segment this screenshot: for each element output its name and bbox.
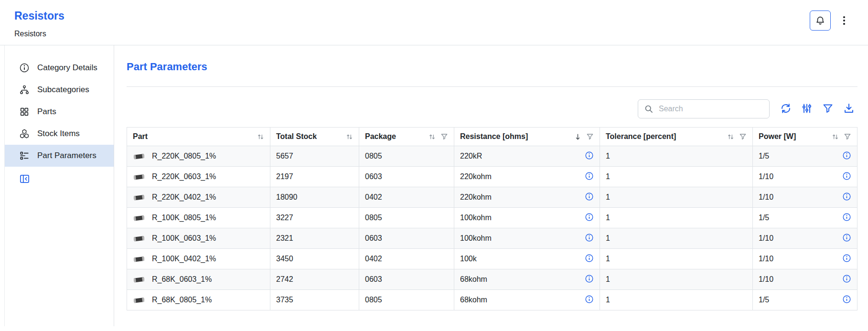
info-button[interactable] (842, 192, 851, 203)
tolerance-cell: 1 (600, 167, 753, 187)
overflow-menu-button[interactable] (837, 14, 851, 27)
part-cell: R_68K_0805_1% (127, 290, 270, 310)
header-actions (810, 11, 851, 31)
divider (127, 86, 857, 87)
notifications-button[interactable] (810, 11, 831, 31)
table-row[interactable]: R_100K_0805_1%32270805100kohm11/5 (127, 208, 857, 228)
package-cell: 0805 (359, 290, 454, 310)
column-header-tolerance-percent[interactable]: Tolerance [percent] (600, 128, 753, 146)
power-cell: 1/10 (753, 269, 857, 290)
sliders-button[interactable] (798, 101, 815, 117)
column-header-total-stock[interactable]: Total Stock (270, 128, 359, 146)
info-button[interactable] (842, 274, 851, 285)
sidebar-item-category-details[interactable]: Category Details (5, 57, 114, 79)
sort-icon[interactable] (727, 133, 734, 140)
info-button[interactable] (842, 233, 851, 244)
sort-icon[interactable] (832, 133, 839, 140)
sidebar: Category DetailsSubcategoriesPartsStock … (5, 45, 114, 326)
info-button[interactable] (842, 295, 851, 305)
info-button[interactable] (585, 295, 594, 305)
sort-icon[interactable] (257, 133, 264, 140)
resistance-cell: 68kohm (454, 290, 600, 310)
part-name: R_100K_0805_1% (152, 214, 216, 222)
info-button[interactable] (585, 233, 594, 244)
sort-desc-icon[interactable] (574, 133, 581, 140)
power-cell: 1/10 (753, 187, 857, 208)
table-row[interactable]: R_100K_0402_1%34500402100k11/10 (127, 249, 857, 269)
part-cell: R_100K_0603_1% (127, 228, 270, 249)
info-button[interactable] (842, 213, 851, 223)
part-thumbnail-icon (133, 194, 145, 201)
power-cell: 1/5 (753, 208, 857, 228)
info-button[interactable] (585, 171, 594, 182)
info-circle-icon (842, 151, 851, 161)
sidebar-item-stock-items[interactable]: Stock Items (5, 123, 114, 145)
table-row[interactable]: R_100K_0603_1%23210603100kohm11/10 (127, 228, 857, 249)
column-label: Resistance [ohms] (460, 132, 528, 141)
download-icon (843, 103, 855, 116)
table-row[interactable]: R_68K_0805_1%3735080568kohm11/5 (127, 290, 857, 310)
info-circle-icon (585, 213, 594, 223)
info-button[interactable] (585, 192, 594, 203)
sidebar-item-subcategories[interactable]: Subcategories (5, 79, 114, 101)
column-label: Total Stock (276, 132, 317, 141)
search-box[interactable] (638, 99, 770, 118)
part-name: R_100K_0402_1% (152, 255, 216, 263)
column-header-power-w[interactable]: Power [W] (753, 128, 857, 146)
page-title: Resistors (14, 10, 854, 22)
column-header-package[interactable]: Package (359, 128, 454, 146)
part-cell: R_220K_0805_1% (127, 146, 270, 167)
info-button[interactable] (842, 254, 851, 264)
collapse-sidebar-button[interactable] (19, 173, 30, 186)
tolerance-cell: 1 (600, 290, 753, 310)
sidebar-item-part-parameters[interactable]: Part Parameters (5, 145, 114, 167)
info-circle-icon (842, 171, 851, 182)
toolbar-icons (777, 101, 857, 117)
boxes-icon (19, 128, 30, 139)
sidebar-item-label: Parts (37, 107, 56, 117)
info-button[interactable] (585, 151, 594, 161)
column-filter-icon[interactable] (440, 133, 448, 140)
download-button[interactable] (840, 101, 857, 117)
info-button[interactable] (842, 171, 851, 182)
info-button[interactable] (842, 151, 851, 161)
part-cell: R_220K_0603_1% (127, 167, 270, 187)
package-cell: 0603 (359, 228, 454, 249)
filter-button[interactable] (819, 101, 836, 117)
parameters-table: PartTotal StockPackageResistance [ohms]T… (127, 127, 857, 310)
total-stock-cell: 2321 (270, 228, 359, 249)
search-input[interactable] (658, 104, 763, 114)
breadcrumb: Resistors (14, 30, 854, 38)
search-icon (644, 104, 654, 114)
resistance-cell: 68kohm (454, 269, 600, 290)
refresh-button[interactable] (777, 101, 794, 117)
list-icon (19, 150, 30, 161)
table-body: R_220K_0805_1%56570805220kR11/5R_220K_06… (127, 146, 857, 310)
info-circle-icon (585, 192, 594, 203)
table-row[interactable]: R_220K_0402_1%180900402220kohm11/10 (127, 187, 857, 208)
total-stock-cell: 5657 (270, 146, 359, 167)
sort-icon[interactable] (429, 133, 436, 140)
column-filter-icon[interactable] (739, 133, 747, 140)
column-header-resistance-ohms[interactable]: Resistance [ohms] (454, 128, 600, 146)
collapse-panel-icon (19, 173, 30, 186)
part-cell: R_100K_0402_1% (127, 249, 270, 269)
kebab-icon (838, 15, 850, 26)
sidebar-item-parts[interactable]: Parts (5, 101, 114, 123)
column-header-part[interactable]: Part (127, 128, 270, 146)
sort-icon[interactable] (346, 133, 353, 140)
table-row[interactable]: R_68K_0603_1%2742060368kohm11/10 (127, 269, 857, 290)
table-row[interactable]: R_220K_0603_1%21970603220kohm11/10 (127, 167, 857, 187)
power-cell: 1/5 (753, 290, 857, 310)
part-cell: R_100K_0805_1% (127, 208, 270, 228)
total-stock-cell: 3735 (270, 290, 359, 310)
page-header: Resistors Resistors (0, 0, 868, 45)
info-button[interactable] (585, 213, 594, 223)
info-button[interactable] (585, 274, 594, 285)
total-stock-cell: 3450 (270, 249, 359, 269)
info-button[interactable] (585, 254, 594, 264)
column-filter-icon[interactable] (586, 133, 594, 140)
table-row[interactable]: R_220K_0805_1%56570805220kR11/5 (127, 146, 857, 167)
column-filter-icon[interactable] (844, 133, 851, 140)
power-cell: 1/10 (753, 167, 857, 187)
